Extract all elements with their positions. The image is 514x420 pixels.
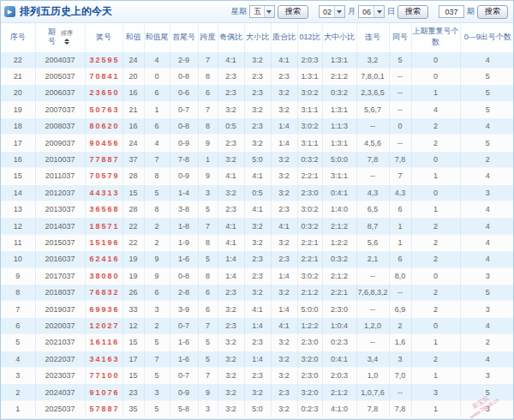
table-row: 162010037778873777-813:25:03:20:3:25:0:0… xyxy=(1,151,514,167)
cell-seq: 19 xyxy=(1,101,35,117)
cell-big-small-ratio: 3:2 xyxy=(244,218,271,234)
cell-issue-no: 2015037 xyxy=(35,234,85,250)
cell-big-small-ratio: 4:1 xyxy=(244,201,271,218)
cell-prev-repeat-count: 0 xyxy=(411,151,460,167)
issue-search-button[interactable]: 搜索 xyxy=(477,5,508,19)
cell-prime-composite-ratio: 3:2 xyxy=(271,184,297,201)
day-select-value: 06 xyxy=(359,8,374,16)
play-badge-icon: ▶ xyxy=(4,6,15,17)
sort-label: 排序 xyxy=(61,29,73,38)
cell-seq: 20 xyxy=(1,85,35,101)
cell-sum: 16 xyxy=(123,85,144,101)
cell-prize-number: 16116 xyxy=(85,334,123,351)
col-header-sum-tail: 和值尾 xyxy=(144,23,170,51)
cell-prize-number: 77100 xyxy=(85,367,123,383)
cell-first-last: 1-4 xyxy=(170,184,198,201)
cell-big-small-ratio: 3:2 xyxy=(244,101,271,117)
table-row: 12025037578873555-833:25:03:20:2:34:1:07… xyxy=(1,400,514,417)
cell-prize-number: 77887 xyxy=(85,151,123,167)
cell-span: 9 xyxy=(198,168,218,184)
cell-prev-repeat-count: 2 xyxy=(411,301,460,317)
cell-seq: 16 xyxy=(1,151,35,167)
date-search-button[interactable]: 搜索 xyxy=(397,5,428,19)
cell-prev-repeat-count: 1 xyxy=(411,367,460,383)
cell-first-last: 1-6 xyxy=(170,334,198,351)
cell-sum: 28 xyxy=(123,201,144,218)
cell-big-small-ratio: 3:2 xyxy=(244,234,271,250)
cell-prev-repeat-count: 2 xyxy=(411,234,460,250)
cell-digit-appear-count: 4 xyxy=(460,218,514,234)
cell-same-number: 5 xyxy=(389,51,411,68)
cell-odd-even-ratio: 3:2 xyxy=(218,334,244,351)
cell-prime-composite-ratio: 3:2 xyxy=(271,400,297,417)
cell-digit-appear-count: 5 xyxy=(460,101,514,117)
cell-odd-even-ratio: 2:3 xyxy=(218,85,244,101)
table-row: 142012037443131551-433:20:53:22:3:00:4:1… xyxy=(1,184,514,201)
cell-odd-even-ratio: 3:2 xyxy=(218,301,244,317)
cell-prime-composite-ratio: 2:3 xyxy=(271,201,297,218)
cell-seq: 15 xyxy=(1,168,35,184)
cell-012-ratio: 3:0:2 xyxy=(297,267,322,284)
cell-prime-composite-ratio: 3:2 xyxy=(271,85,297,101)
cell-prime-composite-ratio: 2:3 xyxy=(271,68,297,84)
day-select[interactable]: 06 xyxy=(358,5,385,18)
month-label: 月 xyxy=(348,6,356,17)
cell-digit-appear-count: 5 xyxy=(460,284,514,300)
cell-span: 9 xyxy=(198,384,218,400)
next-row-peek-strip xyxy=(1,417,513,420)
table-row: 62020037120271220-772:31:44:11:2:21:0:41… xyxy=(1,317,514,333)
cell-012-ratio: 5:0:0 xyxy=(297,301,322,317)
cell-big-small-ratio: 2:3 xyxy=(244,118,271,135)
cell-big-mid-small-ratio: 1:3:1 xyxy=(322,101,356,117)
cell-span: 5 xyxy=(198,351,218,367)
cell-seq: 21 xyxy=(1,68,35,84)
cell-same-number: -- xyxy=(389,284,411,300)
cell-first-last: 0-8 xyxy=(170,118,198,135)
cell-digit-appear-count: 3 xyxy=(460,184,514,201)
cell-same-number: 3 xyxy=(389,351,411,367)
weekday-search-button[interactable]: 搜索 xyxy=(278,5,308,19)
cell-big-small-ratio: 3:2 xyxy=(244,284,271,300)
cell-consecutive: 5,6 xyxy=(356,234,389,250)
cell-same-number: 2 xyxy=(389,317,411,333)
cell-first-last: 1-6 xyxy=(170,351,198,367)
cell-consecutive: 3,2 xyxy=(356,51,389,68)
cell-seq: 14 xyxy=(1,184,35,201)
cell-seq: 10 xyxy=(1,251,35,267)
cell-prime-composite-ratio: 1:4 xyxy=(271,118,297,135)
cell-first-last: 0-9 xyxy=(170,384,198,400)
col-header-big-mid-small-ratio: 大中小比 xyxy=(322,23,356,51)
cell-digit-appear-count: 5 xyxy=(460,135,514,151)
cell-odd-even-ratio: 1:4 xyxy=(218,267,244,284)
cell-012-ratio: 2:3:0 xyxy=(297,367,322,383)
cell-digit-appear-count: 4 xyxy=(460,51,514,68)
cell-issue-no: 2019037 xyxy=(35,301,85,317)
issue-number-input[interactable] xyxy=(439,5,464,18)
cell-seq: 1 xyxy=(1,400,35,417)
cell-span: 1 xyxy=(198,151,218,167)
cell-012-ratio: 2:3:0 xyxy=(297,184,322,201)
cell-prize-number: 18571 xyxy=(85,218,123,234)
cell-odd-even-ratio: 4:1 xyxy=(218,234,244,250)
cell-first-last: 2-8 xyxy=(170,284,198,300)
cell-first-last: 0-7 xyxy=(170,317,198,333)
cell-prime-composite-ratio: 3:2 xyxy=(271,101,297,117)
cell-sum: 37 xyxy=(123,151,144,167)
cell-prev-repeat-count: 0 xyxy=(411,267,460,284)
month-select[interactable]: 02 xyxy=(319,5,345,18)
cell-first-last: 0-8 xyxy=(170,267,198,284)
sort-button[interactable]: 排序 xyxy=(61,29,73,45)
sort-arrows-icon xyxy=(64,39,69,45)
cell-same-number: 6,9 xyxy=(389,301,411,317)
cell-same-number: 4,3 xyxy=(389,184,411,201)
weekday-select[interactable]: 五 xyxy=(249,5,275,18)
cell-odd-even-ratio: 4:1 xyxy=(218,218,244,234)
cell-seq: 12 xyxy=(1,218,35,234)
cell-seq: 22 xyxy=(1,51,35,68)
cell-odd-even-ratio: 4:1 xyxy=(218,51,244,68)
cell-big-mid-small-ratio: 2:2:1 xyxy=(322,284,356,300)
cell-issue-no: 2016037 xyxy=(35,251,85,267)
cell-prime-composite-ratio: 4:1 xyxy=(271,218,297,234)
cell-issue-no: 2007037 xyxy=(35,101,85,117)
cell-consecutive: 1,0 xyxy=(356,367,389,383)
